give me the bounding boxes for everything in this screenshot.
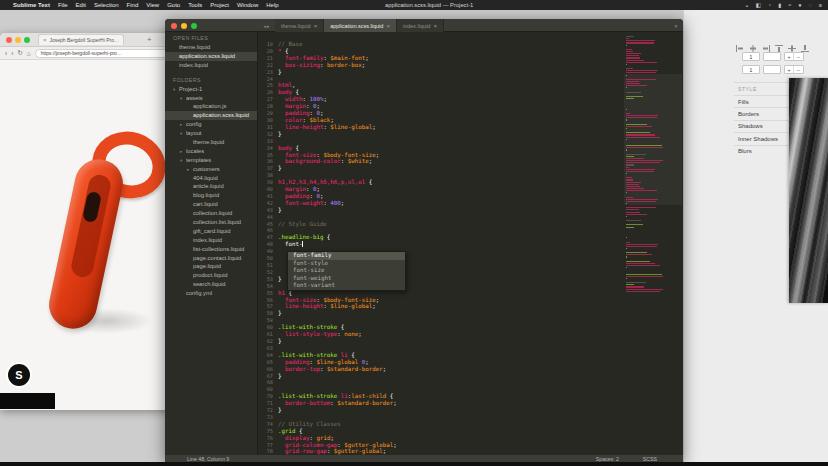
indent-setting[interactable]: Spaces: 2: [596, 456, 619, 462]
tree-item[interactable]: ▾Project-1: [165, 85, 257, 94]
code-line[interactable]: 68: [258, 379, 625, 386]
code-line[interactable]: 66 border-top: $standard-border;: [258, 366, 625, 373]
code-line[interactable]: 70.list-with-stroke li:last-child {: [258, 393, 625, 400]
menu-sublime-text[interactable]: Sublime Text: [13, 2, 50, 8]
code-line[interactable]: 65 padding: $line-global 0;: [258, 359, 625, 366]
stepper-control[interactable]: +−: [784, 52, 804, 61]
volume-icon[interactable]: ●: [798, 2, 801, 8]
code-line[interactable]: 27 width: 100%;: [258, 96, 625, 103]
style-section-blurs[interactable]: Blurs+: [734, 145, 796, 157]
tab-scroll-left-icon[interactable]: ◂: [263, 23, 266, 29]
code-line[interactable]: 67}: [258, 373, 625, 380]
code-line[interactable]: 77 grid-column-gap: $gutter-global;: [258, 442, 625, 449]
code-line[interactable]: 28 margin: 0;: [258, 103, 625, 110]
autocomplete-item[interactable]: font-size: [288, 267, 405, 275]
tree-item[interactable]: cart.liquid: [165, 200, 257, 209]
code-line[interactable]: 59: [258, 317, 625, 324]
style-section-borders[interactable]: Borders+: [734, 107, 796, 119]
site-logo-badge[interactable]: S: [8, 364, 30, 386]
battery-icon[interactable]: ▮: [778, 2, 781, 8]
style-section-inner-shadows[interactable]: Inner Shadows+: [734, 132, 796, 144]
keyboard-brightness-icon[interactable]: ◒: [745, 2, 748, 8]
tree-item[interactable]: ▸locales: [165, 147, 257, 156]
plus-icon[interactable]: +: [785, 53, 794, 60]
refresh-icon[interactable]: ↻: [17, 49, 22, 57]
code-line[interactable]: 56 font-size: $body-font-size;: [258, 297, 625, 304]
tree-item[interactable]: page.liquid: [165, 262, 257, 271]
code-line[interactable]: 22 box-sizing: border-box;: [258, 62, 625, 69]
stepper-control[interactable]: +−: [784, 65, 804, 74]
code-area[interactable]: 19// Base20* {21 font-family: $main-font…: [258, 41, 625, 455]
menu-tools[interactable]: Tools: [188, 2, 202, 8]
code-line[interactable]: 46: [258, 227, 625, 234]
new-tab-button[interactable]: +: [147, 35, 152, 44]
code-line[interactable]: 33: [258, 138, 625, 145]
code-line[interactable]: 62}: [258, 338, 625, 345]
code-line[interactable]: 64.list-with-stroke li {: [258, 352, 625, 359]
style-section-shadows[interactable]: Shadows+: [734, 120, 796, 132]
minus-icon[interactable]: −: [794, 66, 803, 73]
minus-icon[interactable]: −: [794, 53, 803, 60]
code-line[interactable]: 75.grid {: [258, 428, 625, 435]
tree-item[interactable]: ▸config: [165, 120, 257, 129]
menu-project[interactable]: Project: [210, 2, 229, 8]
code-line[interactable]: 60.list-with-stroke {: [258, 324, 625, 331]
menu-view[interactable]: View: [146, 2, 159, 8]
tree-item[interactable]: 404.liquid: [165, 174, 257, 183]
bluetooth-icon[interactable]: ◔: [768, 2, 771, 8]
code-line[interactable]: 41 padding: 0;: [258, 193, 625, 200]
code-line[interactable]: 20* {: [258, 48, 625, 55]
inspector-field[interactable]: 1: [742, 65, 760, 74]
code-line[interactable]: 31 line-height: $line-global;: [258, 124, 625, 131]
display-icon[interactable]: ◧: [756, 2, 761, 8]
editor-tab-theme-liquid[interactable]: theme.liquid×: [275, 19, 324, 32]
style-section-fills[interactable]: Fills+: [734, 95, 796, 107]
forward-icon[interactable]: ›: [11, 50, 13, 57]
code-line[interactable]: 25html,: [258, 82, 625, 89]
tree-item[interactable]: config.yml: [165, 289, 257, 298]
tree-item[interactable]: page.contact.liquid: [165, 254, 257, 263]
code-line[interactable]: 47.headline-big {: [258, 234, 625, 241]
tree-item[interactable]: ▾layout: [165, 129, 257, 138]
tab-close-icon[interactable]: ×: [43, 37, 47, 43]
code-line[interactable]: 40 margin: 0;: [258, 186, 625, 193]
code-line[interactable]: 36 background-color: $white;: [258, 158, 625, 165]
code-line[interactable]: 34body {: [258, 145, 625, 152]
browser-tab[interactable]: × Joseph Bergdoll SuperHi Pro…: [38, 34, 124, 45]
code-line[interactable]: 76 display: grid;: [258, 435, 625, 442]
menu-file[interactable]: File: [58, 2, 68, 8]
tree-item[interactable]: application.js: [165, 102, 257, 111]
tree-item[interactable]: ▸customers: [165, 165, 257, 174]
menu-goto[interactable]: Goto: [167, 2, 180, 8]
home-icon[interactable]: ⌂: [27, 50, 31, 57]
code-line[interactable]: 45// Style Guide: [258, 221, 625, 228]
tree-item[interactable]: index.liquid: [165, 236, 257, 245]
window-zoom-button[interactable]: [191, 23, 197, 29]
tree-item[interactable]: gift_card.liquid: [165, 227, 257, 236]
window-minimize-button[interactable]: [181, 23, 187, 29]
wifi-icon[interactable]: ≈: [788, 2, 791, 8]
open-file-item[interactable]: theme.liquid: [165, 43, 257, 52]
code-line[interactable]: 69: [258, 386, 625, 393]
plus-icon[interactable]: +: [785, 66, 794, 73]
menu-help[interactable]: Help: [266, 2, 278, 8]
code-line[interactable]: 42 font-weight: 400;: [258, 200, 625, 207]
window-close-button[interactable]: [171, 23, 177, 29]
code-line[interactable]: 48 font-: [258, 241, 625, 248]
tab-scroll-right-icon[interactable]: ▸: [267, 23, 270, 29]
tree-item[interactable]: search.liquid: [165, 280, 257, 289]
code-line[interactable]: 26body {: [258, 89, 625, 96]
code-line[interactable]: 57 line-height: $line-global;: [258, 303, 625, 310]
code-line[interactable]: 38: [258, 172, 625, 179]
tree-item[interactable]: collection.liquid: [165, 209, 257, 218]
inspector-field[interactable]: 1: [742, 52, 760, 61]
tab-scroll-arrows[interactable]: ◂ ▸: [258, 19, 275, 32]
control-center-icon[interactable]: ≡: [819, 2, 822, 8]
code-line[interactable]: 74// Utility Classes: [258, 421, 625, 428]
tree-item[interactable]: product.liquid: [165, 271, 257, 280]
autocomplete-item[interactable]: font-variant: [288, 282, 405, 290]
tab-close-icon[interactable]: ×: [314, 23, 318, 29]
inspector-field[interactable]: [763, 65, 781, 74]
code-line[interactable]: 71 border-bottom: $standard-border;: [258, 400, 625, 407]
menu-selection[interactable]: Selection: [94, 2, 119, 8]
